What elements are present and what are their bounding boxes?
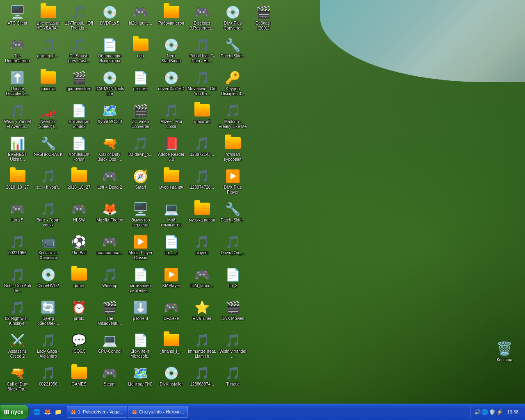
- desktop-icon-games[interactable]: GAMES: [64, 363, 94, 396]
- desktop-icon-finansi[interactable]: _finansi_l_...: [156, 330, 187, 363]
- desktop-icon-need-speed[interactable]: 🏎️ Need for Speed(T...: [33, 100, 64, 133]
- desktop-icon-2010-10-27b[interactable]: 2010_10_27: [64, 166, 94, 199]
- quick-icon-browser[interactable]: 🌐: [32, 407, 42, 417]
- desktop-icon-divxinstaller[interactable]: 💿 DivXInstaller: [156, 363, 187, 396]
- desktop-icon-atc-client[interactable]: 🖥️ ATC Client: [2, 2, 33, 35]
- desktop-icon-lara5[interactable]: 🎮 Lara 5: [2, 199, 33, 232]
- desktop-icon-utorrent[interactable]: ⬇️ µTorrent: [125, 297, 156, 330]
- desktop-icon-divx-movies[interactable]: 🎬 DivX Movies: [217, 297, 248, 330]
- desktop-icon-doc-microsoft[interactable]: 📄 Документ Microsoft...: [125, 330, 156, 363]
- desktop-icon-clonedvd2[interactable]: 💿 CloneDVD2: [33, 265, 64, 297]
- desktop-icon-call-duty-ops[interactable]: 🔫 Call of Duty Black Ops -...: [94, 133, 125, 166]
- desktop-icon-gotovaya[interactable]: готовая курсовая: [217, 133, 248, 166]
- desktop-icon-ftu2[interactable]: 📄 ftu_2: [217, 265, 248, 297]
- desktop-icon-gpmoviesfree[interactable]: 🎬 gpmoviesfree: [64, 68, 94, 100]
- systray-power-icon[interactable]: ⚡: [496, 409, 503, 415]
- desktop-icon-keygen[interactable]: 🔑 Keygen Disciples 3...: [217, 68, 248, 100]
- desktop-icon-hlsw[interactable]: 🎮 HLSW: [64, 199, 94, 232]
- desktop-icon-players[interactable]: 🎵 players: [187, 232, 217, 265]
- desktop-icon-steam[interactable]: 🎮 Steam: [94, 363, 125, 396]
- desktop-icon-dubgis[interactable]: 🗺️ ДублГИС 3.0: [94, 100, 125, 133]
- taskbar-task-task-1[interactable]: 🦊1. Pulsedriver - Vaga...: [67, 406, 127, 418]
- desktop-icon-rabochiy-stol[interactable]: Рабочий стол: [156, 2, 187, 35]
- desktop-icon-emulator-serv[interactable]: 🖥️ Эмулятор сервера: [125, 199, 156, 232]
- desktop-icon-128972143[interactable]: 🎵 128972143...: [187, 133, 217, 166]
- desktop-icon-ucp[interactable]: ucp: [125, 35, 156, 68]
- taskbar-task-task-2[interactable]: 🦊Crazys.Info - Источн...: [128, 406, 188, 418]
- desktop-icon-obnovlenie[interactable]: 📄 Обновление Эмулятора: [94, 35, 125, 68]
- desktop-icon-11-timbal[interactable]: 🎵 11-Timbal... Off The Liq...: [64, 2, 94, 35]
- desktop-icon-gramm-to[interactable]: 🎵 gramm_to...: [33, 35, 64, 68]
- desktop-icon-disciples3[interactable]: 🎮 Disciples 3.Resurrect...: [187, 2, 217, 35]
- systray-volume-icon[interactable]: 🔊: [474, 409, 481, 415]
- desktop-icon-soblasnа[interactable]: 🎬 Соблазн (2001): [248, 2, 279, 35]
- desktop-icon-everest[interactable]: 📊 EVEREST Ultima...: [2, 133, 33, 166]
- start-button[interactable]: ⊞ пуск: [0, 404, 29, 419]
- desktop-icon-rezyume[interactable]: 📄 резюме: [125, 68, 156, 100]
- desktop-icon-winamp[interactable]: 🎵 Winamp: [94, 265, 125, 297]
- desktop-icon-motivaciya-deyat[interactable]: 📄 мотивация деятельн...: [125, 265, 156, 297]
- desktop-icon-muzon[interactable]: мусон данич: [156, 166, 187, 199]
- desktop-icon-rivaturner[interactable]: ⭐ RivaTuner: [187, 297, 217, 330]
- desktop-icon-00221956-2[interactable]: 🎵 00221956: [33, 363, 64, 396]
- desktop-icon-adobe-reader[interactable]: 📕 Adobe Reader 6.0: [156, 133, 187, 166]
- desktop-icon-hl2d-launc[interactable]: 🎮 hl2d_launc...: [125, 2, 156, 35]
- desktop-icon-krasota2[interactable]: красота2: [187, 100, 217, 133]
- desktop-icon-motivaciya[interactable]: 📄 мотивация копия: [64, 133, 94, 166]
- desktop-icon-centr[interactable]: 🔄 Центр обновлен...: [33, 297, 64, 330]
- desktop-icon-krasota[interactable]: красота: [33, 68, 64, 100]
- desktop-icon-03-dawn[interactable]: 🎵 03-dawn_o...: [125, 133, 156, 166]
- desktop-icon-bf2exe[interactable]: 🎮 BF2.exe: [156, 297, 187, 330]
- desktop-icon-00221956-1[interactable]: 🎵 00221956: [2, 232, 33, 265]
- desktop-icon-muzika-nova[interactable]: музыка новая: [187, 199, 217, 232]
- desktop-icon-misadventu[interactable]: 🎬 The Misadventu...: [94, 297, 125, 330]
- systray-shield-icon[interactable]: 🛡️: [489, 409, 495, 415]
- desktop-icon-icq65[interactable]: 💬 ICQ6.5: [64, 330, 94, 363]
- desktop-icon-vint[interactable]: 🎵 Винт - Горит косяк: [33, 199, 64, 232]
- desktop-icon-krylatye[interactable]: 📹 Крылатые Хищники: [33, 232, 64, 265]
- desktop-icon-nfshp-crack[interactable]: 🔧 NFSHP.CRACK: [33, 133, 64, 166]
- desktop-icon-daemon-tools[interactable]: 💿 DAEMON Tools Lite: [94, 68, 125, 100]
- desktop-icon-prmtx[interactable]: ⏰ prmtx: [64, 297, 94, 330]
- desktop-icon-undergarden[interactable]: 🎮 The UnderGarden: [2, 35, 33, 68]
- desktop-icon-aaaa[interactable]: 🎮 аааааааааа...: [94, 232, 125, 265]
- desktop-icon-dj-smash[interactable]: 🎵 DJ Smash pres. Fast...: [64, 35, 94, 68]
- desktop-icon-firefox[interactable]: 🦊 Mozilla Firefox: [94, 199, 125, 232]
- desktop-icon-grits[interactable]: 🎵 Grits--Ooh Ahh (fe...: [2, 265, 33, 297]
- desktop-icon-cpu-control[interactable]: 💻 CPU-Control: [94, 330, 125, 363]
- desktop-icon-ftu2-1[interactable]: 📄 ftu_2_1: [156, 232, 187, 265]
- desktop-icon-nero[interactable]: 💿 Nero StartSmart: [156, 35, 187, 68]
- desktop-icon-disc-dana[interactable]: дис от дана НЕ УДАЛА...: [33, 2, 64, 35]
- desktop-icon-update-disciples[interactable]: ⬆️ Update Disciples 3...: [2, 68, 33, 100]
- desktop-icon-immunize[interactable]: 🎵 Immunize (feat. Liam H): [187, 330, 217, 363]
- desktop-icon-patch-skid1[interactable]: 🔧 Patch_Skid...: [217, 35, 248, 68]
- desktop-icon-madcon[interactable]: 🎵 Madcon - Freaky Like Me: [217, 100, 248, 133]
- desktop-icon-128868974[interactable]: 🎵 128868974...: [187, 363, 217, 396]
- desktop-icon-zc-video[interactable]: 🎬 ZC Video Converter: [125, 100, 156, 133]
- desktop-icon-assassins-creed[interactable]: ⚔️ Assassins Creed 2: [2, 330, 33, 363]
- desktop-icon-tunatic[interactable]: 🎵 Tunatic: [217, 363, 248, 396]
- desktop-icon-movetown[interactable]: 🎵 Movetown - Girl You Kn...: [187, 68, 217, 100]
- desktop-icon-moy-comp[interactable]: 💻 Мой компьютер: [156, 199, 187, 232]
- desktop-icon-wisin-yandel2[interactable]: 🎵 Wisin y Yandel ...: [217, 330, 248, 363]
- desktop-icon-convertdvd[interactable]: 💿 onvertXtoDVD: [156, 68, 187, 100]
- desktop-icon-divxplus-conv[interactable]: 💿 DivX Plus Converter: [217, 2, 248, 35]
- desktop-icon-left4dead[interactable]: 🎮 Left 4 Dead 2: [94, 166, 125, 199]
- desktop-icon-the-ball[interactable]: ⚽ The Ball: [64, 232, 94, 265]
- desktop-icon-hl2d-launc2[interactable]: 🎮 hl2d_launc...: [187, 265, 217, 297]
- desktop-icon-foty[interactable]: фоты: [64, 265, 94, 297]
- desktop-icon-call-of-duty[interactable]: 🔫 Call of Duty Black Op...: [2, 363, 33, 396]
- desktop-icon-patch-skid2[interactable]: 🔧 Patch_Skid...: [217, 199, 248, 232]
- desktop-icon-02-nightwis[interactable]: 🎵 02-Nightwis... Kinslayer: [2, 297, 33, 330]
- desktop-icon-safari[interactable]: 🧭 Safari: [125, 166, 156, 199]
- quick-icon-folder[interactable]: 📁: [53, 407, 63, 417]
- desktop-icon-alizee[interactable]: 🎵 Alizee - Moi Lolita: [156, 100, 187, 133]
- desktop-icon-lady-gaga[interactable]: 🎵 Lady Gaga - Alejandro: [33, 330, 64, 363]
- systray-network-icon[interactable]: 🌐: [482, 409, 488, 415]
- desktop-icon-divxplus-play[interactable]: ▶️ DivX Plus Player: [217, 166, 248, 199]
- desktop-icon-motivaciya2[interactable]: 📄 мотивация копия2: [64, 100, 94, 133]
- desktop-icon-dvdfab5[interactable]: 💿 DVDFab 5: [94, 2, 125, 35]
- desktop-icon-pitbull[interactable]: 🎵 Pitbull feat. T-Pain - He...: [187, 35, 217, 68]
- desktop-icon-128974728[interactable]: 🎵 128974728...: [187, 166, 217, 199]
- desktop-icon-box-ify[interactable]: 🎵 □□□ - If you'r...: [33, 166, 64, 199]
